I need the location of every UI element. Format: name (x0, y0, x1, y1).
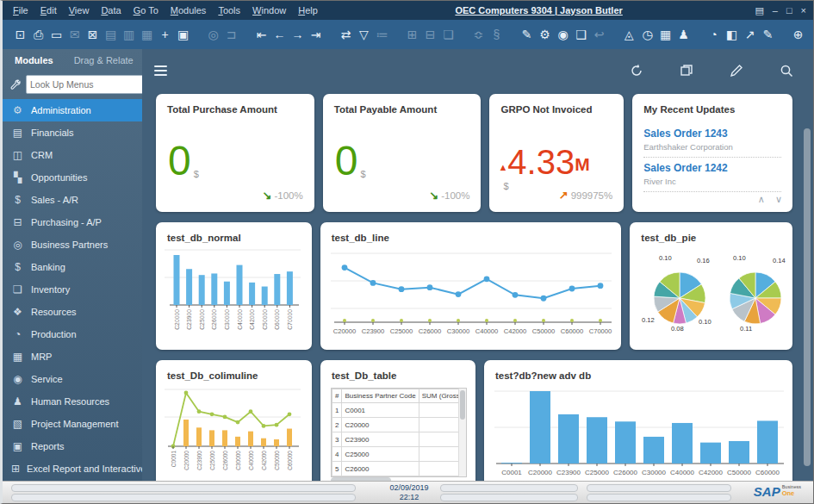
sidebar-item-sales-a-r[interactable]: $Sales - A/R (3, 189, 142, 211)
refresh-record-icon[interactable]: ⇄ (337, 25, 355, 44)
export-arrow-icon[interactable]: ↗ (741, 25, 759, 44)
sidebar-item-banking[interactable]: $Banking (3, 256, 142, 278)
table-row[interactable]: 2C20000 (332, 418, 468, 432)
recent-updates-card[interactable]: My Recent Updates Sales Order 1243 Earth… (632, 94, 792, 212)
menu-modules[interactable]: Modules (165, 3, 212, 17)
first-record-icon[interactable]: ⇤ (252, 25, 270, 44)
table-row[interactable]: 5C26000 (332, 462, 468, 476)
sidebar-item-human-resources[interactable]: ♟Human Resources (3, 390, 142, 413)
sidebar-item-business-partners[interactable]: ◎Business Partners (3, 233, 142, 256)
document-link[interactable]: Sales Order 1242 (643, 162, 781, 174)
last-record-icon[interactable]: ⇥ (307, 25, 325, 44)
column-header[interactable]: Business Partner Code (342, 389, 419, 403)
document-user-icon[interactable]: ◉ (554, 25, 572, 44)
sidebar-item-mrp[interactable]: ▦MRP (3, 345, 142, 368)
menu-view[interactable]: View (64, 3, 95, 17)
column-header[interactable]: # (332, 389, 342, 403)
menu-go-to[interactable]: Go To (128, 3, 164, 17)
status-field[interactable] (11, 494, 356, 501)
web-client-icon[interactable]: ⊕ (789, 25, 807, 44)
sidebar-item-financials[interactable]: ▤Financials (3, 121, 142, 144)
edit-pencil-icon[interactable] (729, 63, 744, 78)
previous-record-icon[interactable]: ← (270, 25, 289, 44)
gauge-icon[interactable]: ◔ (705, 25, 723, 44)
hamburger-menu-icon[interactable] (154, 65, 167, 76)
sidebar-item-service[interactable]: ◉Service (3, 368, 142, 390)
next-record-icon[interactable]: → (289, 25, 307, 44)
minimize-icon[interactable]: – (773, 5, 778, 16)
pencil-icon[interactable]: ✎ (518, 25, 536, 44)
messages-icon[interactable]: ❑ (572, 25, 590, 44)
recent-update-item[interactable]: Sales Order 1242 River Inc (643, 158, 781, 192)
search-dashboard-icon[interactable] (779, 63, 794, 78)
menu-data[interactable]: Data (96, 3, 126, 17)
chart-card-line[interactable]: test_db_line C20000C23900C25000C26000C30… (320, 222, 622, 350)
toolbar-group: ◎⊐ (204, 25, 240, 44)
form-search-icon[interactable]: ⊡ (11, 25, 29, 44)
reminder-document-icon[interactable]: ◷ (638, 25, 656, 44)
layout-icon[interactable]: ◧ (723, 25, 741, 44)
mailbox-icon[interactable]: ⊠ (84, 25, 102, 44)
maximize-icon[interactable]: □ (786, 5, 792, 16)
menu-edit[interactable]: Edit (35, 3, 62, 17)
chart-card-pie[interactable]: test_db_pie 0.100.160.120.080.100.100.14… (630, 222, 792, 350)
kpi-card-grpo-not-invoiced[interactable]: GRPO Not Invoiced ▲ 4.33 M $ ↗ 999975% (489, 94, 624, 212)
sidebar-item-excel-report-and-interactive[interactable]: ⊞Excel Report and Interactive (3, 457, 142, 480)
alert-document-icon[interactable]: ◬ (620, 25, 638, 44)
close-icon[interactable]: × (801, 5, 806, 16)
vertical-scrollbar[interactable] (458, 389, 466, 476)
svg-text:C60000: C60000 (274, 309, 280, 330)
table-row[interactable]: 4C25000 (332, 447, 468, 462)
kpi-card-total-purchase[interactable]: Total Purchase Amount 0 $ ↘ -100% (156, 94, 314, 212)
tab-drag-and-relate[interactable]: Drag & Relate (62, 51, 142, 70)
table-row[interactable]: 1C0001 (332, 403, 468, 418)
status-field[interactable] (11, 484, 356, 492)
menu-file[interactable]: File (8, 3, 34, 17)
status-field[interactable] (587, 484, 731, 492)
chart-card-normal[interactable]: test_db_normal C20000C23900C25000C26000C… (156, 222, 312, 350)
sidebar-item-crm[interactable]: ◫CRM (3, 144, 142, 166)
search-input[interactable] (30, 79, 146, 90)
menu-settings-button[interactable] (9, 75, 22, 94)
card-title: My Recent Updates (632, 94, 792, 115)
refresh-icon[interactable] (629, 63, 644, 78)
scales-icon: ≎ (469, 25, 488, 44)
menu-window[interactable]: Window (247, 3, 291, 17)
status-field[interactable] (440, 494, 578, 501)
sidebar-item-purchasing-a-p[interactable]: ⊟Purchasing - A/P (3, 211, 142, 233)
copy-dashboard-icon[interactable] (679, 63, 694, 78)
scroll-up-icon[interactable]: ∧ (758, 194, 765, 205)
sidebar-item-project-management[interactable]: ▧Project Management (3, 413, 142, 435)
sidebar-item-administration[interactable]: ⚙Administration (3, 99, 142, 121)
find-icon[interactable]: + (156, 25, 174, 44)
sidebar-item-opportunities[interactable]: ▚Opportunities (3, 166, 142, 189)
status-field[interactable] (587, 494, 731, 501)
table-form-settings-icon[interactable]: ▣ (174, 25, 192, 44)
menu-tools[interactable]: Tools (213, 3, 245, 17)
customize-icon[interactable]: ▤ (755, 5, 763, 16)
table-row[interactable]: 3C23900 (332, 432, 468, 447)
tab-modules[interactable]: Modules (3, 51, 62, 70)
status-field[interactable] (440, 484, 578, 492)
kpi-card-total-payable[interactable]: Total Payable Amount 0 $ ↘ -100% (323, 94, 482, 212)
sidebar-item-inventory[interactable]: ❏Inventory (3, 278, 142, 301)
table-card[interactable]: test_Db_table #Business Partner CodeSUM … (320, 360, 475, 481)
sidebar-item-reports[interactable]: ▣Reports (3, 435, 142, 457)
calculator-icon[interactable]: ▦ (656, 25, 674, 44)
chart-card-colimuline[interactable]: test_Db_colimuline C0001C20000C23900C250… (156, 360, 312, 481)
sidebar-item-production[interactable]: ◔Production (3, 323, 142, 345)
scroll-down-icon[interactable]: ∨ (775, 194, 782, 205)
print-icon[interactable]: ⎙ (29, 25, 47, 44)
signature-icon[interactable]: ✎ (759, 25, 777, 44)
document-settings-icon[interactable]: ⚙ (536, 25, 554, 44)
menu-help[interactable]: Help (293, 3, 323, 17)
recent-update-item[interactable]: Sales Order 1243 Earthshaker Corporation (643, 123, 781, 158)
dashboard-scrollbar[interactable] (804, 49, 811, 481)
document-link[interactable]: Sales Order 1243 (643, 128, 781, 140)
chart-card-new-adv[interactable]: test?db?new adv db C0001C20000C23900C250… (484, 360, 792, 481)
lookup-menus-search[interactable] (26, 75, 160, 94)
sidebar-item-resources[interactable]: ❖Resources (3, 301, 142, 323)
user-icon[interactable]: ♟ (674, 25, 693, 44)
filter-icon[interactable]: ▽ (355, 25, 373, 44)
open-form-icon[interactable]: ▭ (47, 25, 65, 44)
